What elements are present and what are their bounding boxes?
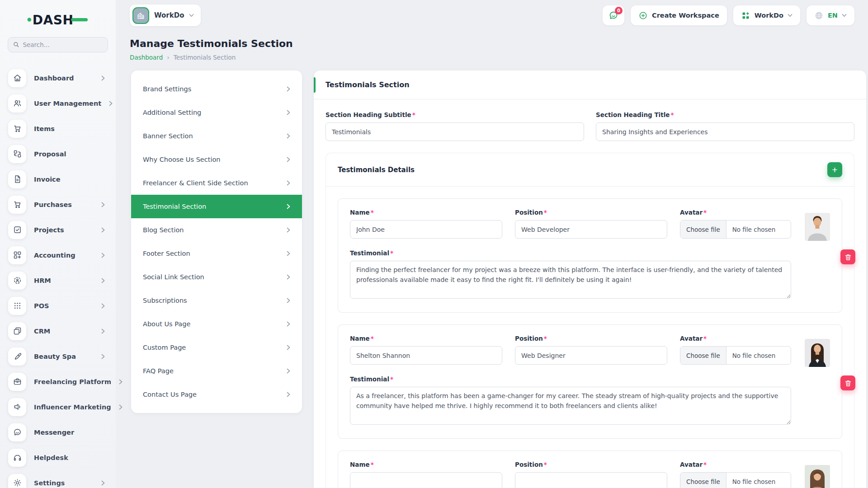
menu-item-about-us-page[interactable]: About Us Page — [131, 312, 302, 336]
menu-item-freelancer-client-side-section[interactable]: Freelancer & Client Side Section — [131, 171, 302, 195]
required-marker: * — [544, 209, 547, 216]
avatar-file-input[interactable]: Choose file No file chosen — [680, 472, 791, 488]
page-title: Manage Testimonials Section — [130, 38, 868, 49]
sidebar-item-crm[interactable]: CRM — [0, 319, 116, 344]
app-switcher-button[interactable]: WorkDo — [733, 5, 800, 25]
page-header: Manage Testimonials Section Dashboard › … — [116, 26, 868, 61]
main-area: WorkDo 0 Create Workspace WorkDo EN — [116, 0, 868, 488]
chevron-right-icon — [287, 298, 290, 303]
search-box[interactable] — [8, 37, 108, 52]
sidebar-item-hrm[interactable]: HRM — [0, 268, 116, 293]
menu-item-additional-setting[interactable]: Additional Setting — [131, 101, 302, 124]
sidebar-item-settings[interactable]: Settings — [0, 470, 116, 488]
avatar-image-woman — [805, 339, 830, 367]
search-input[interactable] — [23, 41, 103, 48]
name-input[interactable] — [350, 472, 502, 488]
section-heading-subtitle-input[interactable] — [326, 122, 584, 141]
create-workspace-button[interactable]: Create Workspace — [631, 5, 727, 25]
chevron-right-icon — [101, 303, 105, 309]
section-heading-title-input[interactable] — [596, 122, 854, 141]
globe-icon — [814, 11, 824, 20]
menu-item-footer-section[interactable]: Footer Section — [131, 242, 302, 265]
chevron-right-icon — [287, 392, 290, 397]
name-input[interactable] — [350, 220, 502, 239]
chevron-right-icon — [101, 75, 105, 81]
sidebar-item-accounting[interactable]: Accounting — [0, 243, 116, 268]
required-marker: * — [371, 461, 374, 468]
menu-item-custom-page[interactable]: Custom Page — [131, 336, 302, 359]
chevron-right-icon — [287, 321, 290, 327]
sidebar-item-beauty-spa[interactable]: Beauty Spa — [0, 344, 116, 369]
testimonial-textarea[interactable]: Finding the perfect freelancer for my pr… — [350, 261, 791, 299]
required-marker: * — [412, 111, 415, 118]
menu-item-faq-page[interactable]: FAQ Page — [131, 359, 302, 383]
name-input[interactable] — [350, 346, 502, 365]
sidebar-item-projects[interactable]: Projects — [0, 217, 116, 243]
chevron-right-icon — [287, 133, 290, 139]
panel-title: Testimonials Section — [326, 80, 410, 89]
avatar-label: Avatar* — [680, 335, 791, 342]
home-icon — [8, 69, 26, 87]
user-focus-icon — [8, 272, 26, 290]
choose-file-button[interactable]: Choose file — [680, 221, 726, 238]
avatar-file-input[interactable]: Choose file No file chosen — [680, 220, 791, 239]
menu-item-social-link-section[interactable]: Social Link Section — [131, 265, 302, 289]
sidebar-item-user-management[interactable]: User Management — [0, 91, 116, 116]
sidebar-item-pos[interactable]: POS — [0, 293, 116, 319]
chevron-right-icon — [287, 274, 290, 280]
chevron-right-icon — [119, 404, 123, 410]
sidebar-item-influencer-marketing[interactable]: Influencer Marketing — [0, 394, 116, 420]
language-selector[interactable]: EN — [807, 5, 854, 25]
chat-bubble-icon — [8, 423, 26, 441]
sidebar-item-freelancing-platform[interactable]: Freelancing Platform — [0, 369, 116, 394]
search-icon — [13, 41, 19, 48]
briefcase-icon — [8, 373, 26, 391]
required-marker: * — [703, 461, 707, 468]
testimonials-panel: Testimonials Section Section Heading Sub… — [314, 70, 866, 488]
position-label: Position* — [515, 335, 667, 342]
sidebar-item-proposal[interactable]: Proposal — [0, 141, 116, 167]
menu-item-brand-settings[interactable]: Brand Settings — [131, 77, 302, 101]
cart-icon — [8, 120, 26, 138]
sidebar-item-messenger[interactable]: Messenger — [0, 420, 116, 445]
sidebar-item-invoice[interactable]: Invoice — [0, 167, 116, 192]
testimonial-card: Name* Position* Avatar* — [338, 450, 842, 488]
dash-logo: DASH — [27, 12, 89, 28]
choose-file-button[interactable]: Choose file — [680, 347, 726, 364]
sidebar-item-dashboard[interactable]: Dashboard — [0, 66, 116, 91]
position-input[interactable] — [515, 472, 667, 488]
add-testimonial-button[interactable]: + — [827, 162, 842, 177]
testimonial-textarea[interactable]: As a freelancer, this platform has been … — [350, 387, 791, 425]
delete-testimonial-button[interactable] — [840, 375, 855, 390]
position-input[interactable] — [515, 220, 667, 239]
delete-testimonial-button[interactable] — [840, 249, 855, 264]
chevron-right-icon — [287, 227, 290, 233]
chevron-right-icon — [287, 251, 290, 256]
sidebar-item-helpdesk[interactable]: Helpdesk — [0, 445, 116, 470]
users-icon — [8, 94, 26, 113]
chevron-right-icon — [101, 480, 105, 486]
avatar-label: Avatar* — [680, 461, 791, 468]
menu-item-contact-us-page[interactable]: Contact Us Page — [131, 383, 302, 406]
menu-item-why-choose-us-section[interactable]: Why Choose Us Section — [131, 148, 302, 171]
menu-item-testimonial-section[interactable]: Testimonial Section — [131, 195, 302, 218]
position-input[interactable] — [515, 346, 667, 365]
menu-item-blog-section[interactable]: Blog Section — [131, 218, 302, 242]
choose-file-button[interactable]: Choose file — [680, 473, 726, 488]
sidebar-item-items[interactable]: Items — [0, 116, 116, 141]
sidebar-item-purchases[interactable]: Purchases — [0, 192, 116, 217]
required-marker: * — [544, 335, 547, 342]
chevron-right-icon — [287, 368, 290, 374]
messages-button[interactable]: 0 — [603, 5, 624, 25]
workspace-building-icon — [132, 7, 149, 24]
file-status-text: No file chosen — [726, 347, 782, 364]
topbar-actions: 0 Create Workspace WorkDo EN — [603, 5, 854, 25]
menu-item-subscriptions[interactable]: Subscriptions — [131, 289, 302, 312]
breadcrumb-dashboard-link[interactable]: Dashboard — [130, 54, 163, 61]
menu-item-banner-section[interactable]: Banner Section — [131, 124, 302, 148]
chevron-right-icon — [287, 180, 290, 186]
chevron-right-icon — [101, 278, 105, 283]
chevron-right-icon — [287, 157, 290, 162]
avatar-file-input[interactable]: Choose file No file chosen — [680, 346, 791, 365]
workspace-selector[interactable]: WorkDo — [130, 5, 201, 26]
